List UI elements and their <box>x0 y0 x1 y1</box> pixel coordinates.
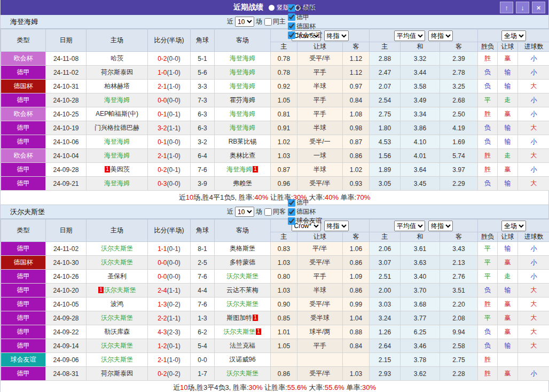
away-team: RB莱比锡 <box>215 135 271 149</box>
asian-handicap: 平/半 <box>297 242 343 256</box>
league-label: 球会友谊 <box>296 216 322 225</box>
final-odds-select[interactable]: 终指 <box>324 30 349 41</box>
home-team-name: 海登海姆 <box>104 179 130 187</box>
fulltime-score: 2-1 <box>158 356 167 364</box>
result-outcome: 平 <box>478 93 498 107</box>
average-odds-select[interactable]: 平均值 <box>394 30 425 41</box>
scope-select[interactable]: 全场 <box>501 221 526 231</box>
fulltime-score: 3-2 <box>158 124 167 132</box>
asian-handicap: 受平/半 <box>297 177 343 191</box>
result-handicap: 走 <box>498 270 518 284</box>
average-odds-select[interactable]: 平均值 <box>394 221 425 231</box>
asian-odds-away: 1.06 <box>343 242 370 256</box>
halftime-score: (0-0) <box>167 138 181 146</box>
same-venue-filter[interactable]: 同客 <box>264 207 286 216</box>
asian-odds-away <box>343 353 370 367</box>
result-outcome: 胜 <box>478 163 498 177</box>
league-label: 德国杯 <box>296 22 316 31</box>
league-checkbox[interactable] <box>288 22 295 30</box>
home-team: 海登海姆 <box>87 149 148 163</box>
league-filters: 德甲德国杯球会友谊 <box>287 198 322 225</box>
same-venue-checkbox[interactable] <box>264 18 272 26</box>
match-score: 2-1(1-0) <box>148 149 191 163</box>
same-venue-filter[interactable]: 同主 <box>264 17 286 26</box>
home-team-name: 哈茨 <box>111 54 123 62</box>
asian-odds-away: 0.84 <box>343 339 370 353</box>
corner-count: 7-3 <box>191 93 215 107</box>
euro-odds-away: 3.51 <box>440 284 478 297</box>
league-checkbox[interactable] <box>288 13 295 21</box>
league-filter-2[interactable]: 球会友谊 <box>287 216 322 225</box>
euro-odds-home: 2.06 <box>370 242 401 256</box>
match-row: 德国杯24-10-31柏林赫塔2-1(1-0)3-3海登海姆0.92半球0.97… <box>1 80 549 93</box>
result-goals: 大 <box>518 177 549 191</box>
league-filter-0[interactable]: 德甲 <box>287 198 322 207</box>
asian-odds-home: 0.91 <box>271 121 297 135</box>
league-checkbox[interactable] <box>288 208 295 216</box>
match-score: 0-3(0-0) <box>148 177 191 191</box>
asian-odds-away: 0.86 <box>343 149 370 163</box>
result-goals: 小 <box>518 367 549 381</box>
col-header-date: 日期 <box>46 29 87 52</box>
corner-count: 7-6 <box>191 297 215 311</box>
result-goals: 大 <box>518 80 549 93</box>
league-checkbox[interactable] <box>288 32 295 39</box>
euro-odds-away: 1.69 <box>440 135 478 149</box>
match-type-badge: 德甲 <box>1 93 46 107</box>
league-filter-1[interactable]: 德甲 <box>287 13 322 22</box>
recent-count-select[interactable]: 10 <box>235 207 254 217</box>
euro-odds-draw: 3.44 <box>401 66 440 80</box>
league-checkbox[interactable] <box>288 199 295 207</box>
up-arrow-icon: ↑ <box>505 4 508 12</box>
away-team-name: 多特蒙德 <box>230 258 255 266</box>
euro-odds-draw: 3.46 <box>401 339 440 353</box>
final-odds-select[interactable]: 终指 <box>428 221 453 231</box>
league-checkbox[interactable] <box>288 217 295 225</box>
match-row: 德甲24-11-02沃尔夫斯堡1-1(0-1)8-1奥格斯堡0.83平/半1.0… <box>1 242 549 256</box>
team-name: 海登海姆 <box>10 17 38 27</box>
halftime-score: (0-0) <box>167 180 181 187</box>
league-filter-3[interactable]: 球会友谊 <box>287 31 322 40</box>
result-outcome: 负 <box>478 80 498 93</box>
result-outcome: 胜 <box>478 353 498 367</box>
recent-count-select[interactable]: 10 <box>235 17 254 27</box>
final-odds-select[interactable]: 终指 <box>428 30 453 41</box>
home-team-name: 沃尔夫斯堡 <box>101 314 133 322</box>
stats-summary: 近10场,胜3平4负3, 胜率:30% 让胜率:55.6% 大率:55.6% 单… <box>1 381 548 392</box>
match-date: 24-10-06 <box>46 135 87 149</box>
halftime-score: (0-1) <box>167 342 181 350</box>
same-venue-checkbox[interactable] <box>264 208 272 216</box>
away-team: 奥格斯堡 <box>215 242 271 256</box>
summary-stat-value: 10 <box>180 383 187 391</box>
scroll-up-button[interactable]: ↑ <box>500 2 513 13</box>
result-goals: 小 <box>518 93 549 107</box>
halftime-score: (0-0) <box>167 55 181 62</box>
euro-odds-draw: 3.68 <box>401 297 440 311</box>
close-button[interactable]: × <box>532 2 545 13</box>
league-filter-0[interactable]: 欧会杯 <box>287 4 322 13</box>
result-outcome: 胜 <box>478 297 498 311</box>
result-handicap: 赢 <box>498 311 518 325</box>
asian-odds-home: 0.78 <box>271 66 297 80</box>
euro-odds-draw: 3.77 <box>401 311 440 325</box>
corner-count: 5-6 <box>191 66 215 80</box>
fulltime-score: 0-1 <box>158 111 167 118</box>
asian-odds-home: 1.05 <box>271 93 297 107</box>
euro-odds-draw: 3.63 <box>401 256 440 270</box>
section-filter-row: 沃尔夫斯堡 近 10 场 同客 德甲德国杯球会友谊 <box>1 205 548 219</box>
home-team-name: 海登海姆 <box>104 152 130 159</box>
asian-odds-away: 0.88 <box>343 325 370 339</box>
sub-header-euro-home: 主 <box>370 42 401 52</box>
away-team-name: 沃尔夫斯堡 <box>226 370 258 377</box>
league-checkbox[interactable] <box>288 4 295 12</box>
result-goals: 小 <box>518 107 549 121</box>
league-filter-2[interactable]: 德国杯 <box>287 22 322 31</box>
scroll-down-button[interactable]: ↓ <box>516 2 529 13</box>
sub-header-outcome: 胜负 <box>478 232 498 242</box>
league-label: 德甲 <box>296 13 309 22</box>
scope-select[interactable]: 全场 <box>501 30 526 41</box>
league-filter-1[interactable]: 德国杯 <box>287 207 322 216</box>
final-odds-select[interactable]: 终指 <box>324 221 349 231</box>
corner-count: 5-4 <box>191 339 215 353</box>
away-team-name: 海登海姆 <box>230 82 255 90</box>
